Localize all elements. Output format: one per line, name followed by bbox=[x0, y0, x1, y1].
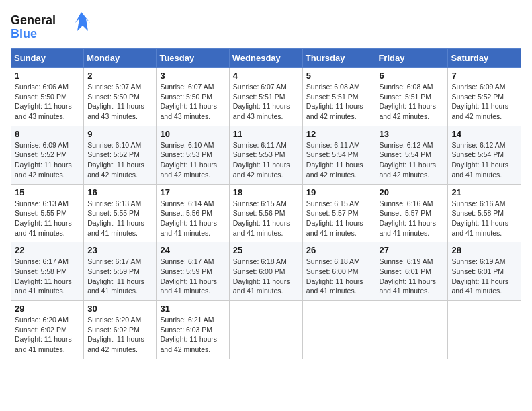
calendar-cell: 7Sunrise: 6:09 AMSunset: 5:52 PMDaylight… bbox=[448, 68, 521, 126]
calendar-cell: 8Sunrise: 6:09 AMSunset: 5:52 PMDaylight… bbox=[11, 126, 84, 184]
day-detail: Sunrise: 6:13 AMSunset: 5:55 PMDaylight:… bbox=[15, 199, 80, 238]
day-detail: Sunrise: 6:16 AMSunset: 5:57 PMDaylight:… bbox=[379, 199, 444, 238]
day-detail: Sunrise: 6:06 AMSunset: 5:50 PMDaylight:… bbox=[15, 82, 80, 122]
calendar-cell: 28Sunrise: 6:19 AMSunset: 6:01 PMDayligh… bbox=[448, 242, 521, 301]
calendar-cell: 5Sunrise: 6:08 AMSunset: 5:51 PMDaylight… bbox=[302, 68, 375, 126]
calendar-table: SundayMondayTuesdayWednesdayThursdayFrid… bbox=[11, 48, 521, 359]
calendar-cell bbox=[229, 301, 302, 359]
calendar-cell: 30Sunrise: 6:20 AMSunset: 6:02 PMDayligh… bbox=[84, 301, 157, 359]
day-number: 20 bbox=[379, 187, 444, 197]
calendar-cell: 29Sunrise: 6:20 AMSunset: 6:02 PMDayligh… bbox=[11, 301, 84, 359]
day-detail: Sunrise: 6:15 AMSunset: 5:57 PMDaylight:… bbox=[306, 199, 372, 238]
day-detail: Sunrise: 6:16 AMSunset: 5:58 PMDaylight:… bbox=[451, 199, 517, 238]
day-detail: Sunrise: 6:10 AMSunset: 5:53 PMDaylight:… bbox=[160, 140, 225, 180]
weekday-header-sunday: Sunday bbox=[11, 49, 84, 68]
svg-text:General: General bbox=[11, 13, 56, 27]
day-number: 16 bbox=[87, 187, 152, 197]
svg-marker-2 bbox=[75, 12, 90, 31]
day-number: 8 bbox=[15, 129, 80, 139]
weekday-header-thursday: Thursday bbox=[302, 49, 375, 68]
calendar-cell: 31Sunrise: 6:21 AMSunset: 6:03 PMDayligh… bbox=[157, 301, 229, 359]
day-detail: Sunrise: 6:14 AMSunset: 5:56 PMDaylight:… bbox=[160, 199, 225, 238]
day-number: 12 bbox=[306, 129, 372, 139]
day-number: 1 bbox=[15, 71, 80, 81]
weekday-header-friday: Friday bbox=[375, 49, 448, 68]
day-detail: Sunrise: 6:07 AMSunset: 5:50 PMDaylight:… bbox=[87, 82, 152, 122]
day-detail: Sunrise: 6:13 AMSunset: 5:55 PMDaylight:… bbox=[87, 199, 152, 238]
day-detail: Sunrise: 6:18 AMSunset: 6:00 PMDaylight:… bbox=[233, 257, 299, 296]
day-detail: Sunrise: 6:19 AMSunset: 6:01 PMDaylight:… bbox=[451, 257, 517, 296]
calendar-cell: 4Sunrise: 6:07 AMSunset: 5:51 PMDaylight… bbox=[229, 68, 302, 126]
svg-text:Blue: Blue bbox=[11, 27, 37, 40]
calendar-cell: 6Sunrise: 6:08 AMSunset: 5:51 PMDaylight… bbox=[375, 68, 448, 126]
calendar-cell: 20Sunrise: 6:16 AMSunset: 5:57 PMDayligh… bbox=[375, 184, 448, 242]
day-detail: Sunrise: 6:18 AMSunset: 6:00 PMDaylight:… bbox=[306, 257, 372, 296]
calendar-cell bbox=[375, 301, 448, 359]
day-number: 5 bbox=[306, 71, 372, 81]
day-detail: Sunrise: 6:11 AMSunset: 5:54 PMDaylight:… bbox=[306, 140, 372, 180]
calendar-cell: 13Sunrise: 6:12 AMSunset: 5:54 PMDayligh… bbox=[375, 126, 448, 184]
day-number: 2 bbox=[87, 71, 152, 81]
day-number: 4 bbox=[233, 71, 299, 81]
calendar-cell: 27Sunrise: 6:19 AMSunset: 6:01 PMDayligh… bbox=[375, 242, 448, 301]
day-number: 31 bbox=[160, 304, 225, 314]
day-detail: Sunrise: 6:07 AMSunset: 5:51 PMDaylight:… bbox=[233, 82, 299, 122]
day-number: 19 bbox=[306, 187, 372, 197]
day-number: 25 bbox=[233, 245, 299, 255]
weekday-header-monday: Monday bbox=[84, 49, 157, 68]
day-detail: Sunrise: 6:08 AMSunset: 5:51 PMDaylight:… bbox=[379, 82, 444, 122]
weekday-header-tuesday: Tuesday bbox=[157, 49, 229, 68]
day-number: 26 bbox=[306, 245, 372, 255]
day-number: 6 bbox=[379, 71, 444, 81]
calendar-cell: 21Sunrise: 6:16 AMSunset: 5:58 PMDayligh… bbox=[448, 184, 521, 242]
day-number: 11 bbox=[233, 129, 299, 139]
calendar-cell: 3Sunrise: 6:07 AMSunset: 5:50 PMDaylight… bbox=[157, 68, 229, 126]
day-detail: Sunrise: 6:15 AMSunset: 5:56 PMDaylight:… bbox=[233, 199, 299, 238]
day-detail: Sunrise: 6:20 AMSunset: 6:02 PMDaylight:… bbox=[87, 315, 152, 355]
day-detail: Sunrise: 6:17 AMSunset: 5:59 PMDaylight:… bbox=[160, 257, 225, 296]
calendar-cell: 15Sunrise: 6:13 AMSunset: 5:55 PMDayligh… bbox=[11, 184, 84, 242]
day-detail: Sunrise: 6:21 AMSunset: 6:03 PMDaylight:… bbox=[160, 315, 225, 355]
day-detail: Sunrise: 6:19 AMSunset: 6:01 PMDaylight:… bbox=[379, 257, 444, 296]
calendar-cell: 22Sunrise: 6:17 AMSunset: 5:58 PMDayligh… bbox=[11, 242, 84, 301]
calendar-cell bbox=[448, 301, 521, 359]
weekday-header-saturday: Saturday bbox=[448, 49, 521, 68]
calendar-cell: 24Sunrise: 6:17 AMSunset: 5:59 PMDayligh… bbox=[157, 242, 229, 301]
calendar-cell: 17Sunrise: 6:14 AMSunset: 5:56 PMDayligh… bbox=[157, 184, 229, 242]
calendar-cell: 9Sunrise: 6:10 AMSunset: 5:52 PMDaylight… bbox=[84, 126, 157, 184]
day-number: 24 bbox=[160, 245, 225, 255]
day-number: 30 bbox=[87, 304, 152, 314]
calendar-cell: 10Sunrise: 6:10 AMSunset: 5:53 PMDayligh… bbox=[157, 126, 229, 184]
day-number: 10 bbox=[160, 129, 225, 139]
logo: General Blue bbox=[11, 11, 91, 40]
day-detail: Sunrise: 6:17 AMSunset: 5:59 PMDaylight:… bbox=[87, 257, 152, 296]
calendar-cell: 11Sunrise: 6:11 AMSunset: 5:53 PMDayligh… bbox=[229, 126, 302, 184]
calendar-cell: 25Sunrise: 6:18 AMSunset: 6:00 PMDayligh… bbox=[229, 242, 302, 301]
day-number: 21 bbox=[451, 187, 517, 197]
day-number: 27 bbox=[379, 245, 444, 255]
calendar-cell: 23Sunrise: 6:17 AMSunset: 5:59 PMDayligh… bbox=[84, 242, 157, 301]
day-number: 9 bbox=[87, 129, 152, 139]
calendar-cell: 26Sunrise: 6:18 AMSunset: 6:00 PMDayligh… bbox=[302, 242, 375, 301]
day-number: 22 bbox=[15, 245, 80, 255]
logo-icon: General Blue bbox=[11, 11, 91, 40]
calendar-cell: 19Sunrise: 6:15 AMSunset: 5:57 PMDayligh… bbox=[302, 184, 375, 242]
day-detail: Sunrise: 6:17 AMSunset: 5:58 PMDaylight:… bbox=[15, 257, 80, 296]
day-number: 14 bbox=[451, 129, 517, 139]
calendar-cell: 18Sunrise: 6:15 AMSunset: 5:56 PMDayligh… bbox=[229, 184, 302, 242]
day-detail: Sunrise: 6:09 AMSunset: 5:52 PMDaylight:… bbox=[451, 82, 517, 122]
calendar-header: SundayMondayTuesdayWednesdayThursdayFrid… bbox=[11, 49, 521, 68]
day-detail: Sunrise: 6:20 AMSunset: 6:02 PMDaylight:… bbox=[15, 315, 80, 355]
day-number: 17 bbox=[160, 187, 225, 197]
day-detail: Sunrise: 6:11 AMSunset: 5:53 PMDaylight:… bbox=[233, 140, 299, 180]
day-number: 3 bbox=[160, 71, 225, 81]
day-number: 23 bbox=[87, 245, 152, 255]
day-number: 7 bbox=[451, 71, 517, 81]
day-number: 15 bbox=[15, 187, 80, 197]
day-detail: Sunrise: 6:07 AMSunset: 5:50 PMDaylight:… bbox=[160, 82, 225, 122]
day-number: 18 bbox=[233, 187, 299, 197]
day-number: 29 bbox=[15, 304, 80, 314]
weekday-header-wednesday: Wednesday bbox=[229, 49, 302, 68]
day-detail: Sunrise: 6:12 AMSunset: 5:54 PMDaylight:… bbox=[451, 140, 517, 180]
calendar-cell: 12Sunrise: 6:11 AMSunset: 5:54 PMDayligh… bbox=[302, 126, 375, 184]
